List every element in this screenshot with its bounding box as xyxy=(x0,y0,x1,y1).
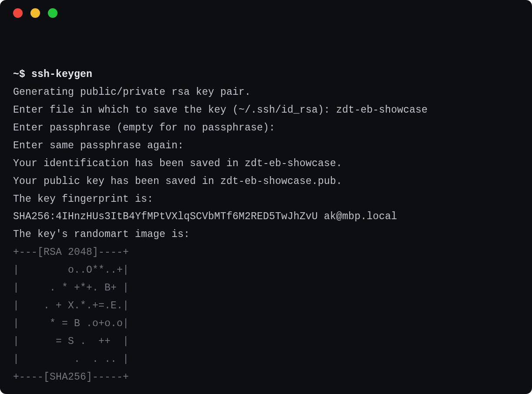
output-line: The key fingerprint is: xyxy=(13,194,153,205)
output-line: Enter passphrase (empty for no passphras… xyxy=(13,122,275,134)
close-icon[interactable] xyxy=(13,8,23,18)
output-line: Your public key has been saved in zdt-eb… xyxy=(13,176,342,187)
randomart-line: +---[RSA 2048]----+ xyxy=(13,247,129,258)
terminal-window: ~$ ssh-keygen Generating public/private … xyxy=(0,0,532,394)
prompt-line: ~$ ssh-keygen xyxy=(13,69,92,80)
randomart-line: | . . .. | xyxy=(13,354,129,365)
randomart-line: | * = B .o+o.o| xyxy=(13,318,129,329)
titlebar xyxy=(0,0,532,26)
randomart-line: | . + X.*.+=.E.| xyxy=(13,300,129,311)
minimize-icon[interactable] xyxy=(30,8,40,18)
zoom-icon[interactable] xyxy=(48,8,57,18)
output-line: Generating public/private rsa key pair. xyxy=(13,87,251,98)
output-line: Enter same passphrase again: xyxy=(13,140,184,151)
randomart-line: | = S . ++ | xyxy=(13,336,129,347)
randomart-line: | . * +*+. B+ | xyxy=(13,282,129,294)
output-line: SHA256:4IHnzHUs3ItB4YfMPtVXlqSCVbMTf6M2R… xyxy=(13,211,397,222)
terminal-body[interactable]: ~$ ssh-keygen Generating public/private … xyxy=(0,26,532,394)
randomart-line: | o..O**..+| xyxy=(13,264,129,276)
output-line: Enter file in which to save the key (~/.… xyxy=(13,104,428,116)
randomart-line: +----[SHA256]-----+ xyxy=(13,371,129,383)
output-line: The key's randomart image is: xyxy=(13,229,190,240)
output-line: Your identification has been saved in zd… xyxy=(13,158,342,169)
